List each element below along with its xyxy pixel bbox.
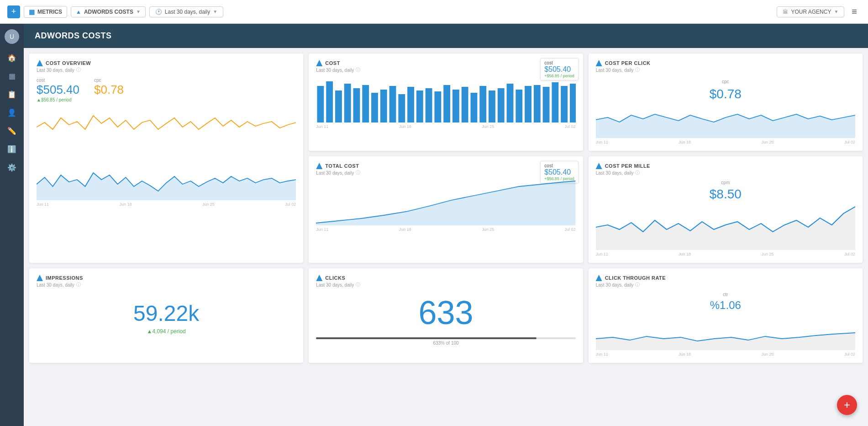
cpm-area-chart [596,204,855,250]
impressions-change: ▲4,094 / period [37,328,296,335]
cpc-value-label: cpc [596,77,855,85]
cost-overview-title: COST OVERVIEW [37,60,296,66]
total-cost-subtitle: Last 30 days, daily ⓘ [316,170,575,176]
svg-rect-27 [552,82,559,122]
sidebar: U 🏠 ▦ 📋 👤 ✏️ ℹ️ ⚙️ [0,24,24,426]
cost-overview-card: COST OVERVIEW Last 30 days, daily ⓘ cost… [29,53,303,263]
cpc-chart [37,104,296,150]
cost-overview-axis: Jun 11 Jun 18 Jun 25 Jul 02 [37,202,296,207]
svg-rect-29 [570,84,575,122]
topbar-right: 🏛 YOUR AGENCY ▼ ≡ [777,5,861,19]
svg-rect-2 [326,81,333,122]
svg-rect-12 [416,91,423,122]
cost-bar-chart [316,77,575,122]
svg-rect-13 [426,88,432,122]
ctr-value-display: %1.06 [596,299,855,312]
info-icon-cost[interactable]: ⓘ [356,67,360,73]
svg-rect-23 [516,90,523,122]
info-icon-impressions[interactable]: ⓘ [76,282,81,288]
date-label: Last 30 days, daily [165,9,210,15]
date-chip[interactable]: 🕐 Last 30 days, daily ▼ [149,6,223,17]
add-button[interactable]: + [7,5,20,18]
svg-rect-19 [480,86,487,122]
metrics-chip[interactable]: ▦ METRICS [24,6,67,18]
sidebar-item-edit[interactable]: ✏️ [4,122,20,139]
ctr-title: CLICK THROUGH RATE [596,275,855,281]
svg-rect-17 [462,87,468,122]
svg-marker-31 [316,181,575,225]
svg-rect-18 [471,93,478,122]
adwords-icon-cpm [596,163,602,169]
page-header: ADWORDS COSTS [24,24,868,48]
svg-rect-5 [353,88,360,122]
cpc-value-display: $0.78 [596,87,855,101]
menu-icon: ≡ [852,6,857,16]
cpc-title: COST PER CLICK [596,60,855,66]
clicks-subtitle: Last 30 days, daily ⓘ [316,282,575,288]
total-cost-axis: Jun 11 Jun 18 Jun 25 Jul 02 [316,227,575,232]
cost-axis: Jun 11 Jun 18 Jun 25 Jul 02 [316,124,575,129]
dashboard-grid: COST OVERVIEW Last 30 days, daily ⓘ cost… [24,48,868,268]
info-icon-overview[interactable]: ⓘ [76,67,81,73]
agency-icon: 🏛 [783,9,788,15]
svg-rect-7 [371,93,378,122]
sidebar-item-reports[interactable]: 📋 [4,86,20,102]
sidebar-item-home[interactable]: 🏠 [4,49,20,66]
total-tooltip-value: $505.40 [544,168,574,176]
cpm-title: COST PER MILLE [596,163,855,169]
cpc-axis: Jun 11 Jun 18 Jun 25 Jul 02 [596,140,855,144]
svg-rect-9 [389,86,396,122]
adwords-icon-overview [37,60,43,66]
menu-button[interactable]: ≡ [848,5,861,19]
cost-block: cost $505.40 ▲$56.85 / period [37,78,79,102]
svg-rect-25 [534,85,541,122]
info-icon-ctr[interactable]: ⓘ [635,282,640,288]
clock-icon: 🕐 [155,9,162,15]
svg-rect-28 [561,86,568,122]
total-cost-title: TOTAL COST [316,163,575,169]
clicks-card: CLICKS Last 30 days, daily ⓘ 633 633% of… [309,268,583,363]
adwords-icon-cost [316,60,322,66]
cpc-area-chart [596,101,855,138]
adwords-icon-small: ▲ [76,9,81,15]
metrics-label: METRICS [37,9,62,15]
adwords-icon-total [316,163,322,169]
svg-marker-32 [596,207,855,250]
sidebar-item-settings[interactable]: ⚙️ [4,159,20,176]
fab-add-button[interactable]: + [837,395,857,415]
sidebar-item-dashboard[interactable]: ▦ [4,68,20,84]
impressions-card: IMPRESSIONS Last 30 days, daily ⓘ 59.22k… [29,268,303,363]
adwords-icon-clicks [316,275,322,281]
agency-chip[interactable]: 🏛 YOUR AGENCY ▼ [777,6,844,17]
svg-marker-0 [37,173,296,200]
svg-rect-6 [363,85,369,122]
adwords-icon-cpc [596,60,602,66]
sidebar-item-info[interactable]: ℹ️ [4,141,20,157]
bottom-row: IMPRESSIONS Last 30 days, daily ⓘ 59.22k… [24,268,868,368]
info-icon-total[interactable]: ⓘ [356,170,360,176]
svg-rect-14 [435,91,442,122]
svg-rect-24 [525,86,531,122]
clicks-value: 633 [316,296,575,329]
cpm-subtitle: Last 30 days, daily ⓘ [596,170,855,176]
total-tooltip-label: cost [544,163,574,168]
cpm-value-display: $8.50 [596,187,855,202]
info-icon-cpc[interactable]: ⓘ [635,67,640,73]
impressions-value-wrap: 59.22k ▲4,094 / period [37,288,296,337]
adwords-dropdown-arrow: ▼ [136,9,141,14]
tooltip-value: $505.40 [544,65,574,74]
sidebar-item-users[interactable]: 👤 [4,104,20,121]
metrics-icon: ▦ [29,8,35,16]
total-cost-area-chart [316,180,575,225]
info-icon-clicks[interactable]: ⓘ [356,282,360,288]
adwords-chip[interactable]: ▲ ADWORDS COSTS ▼ [71,6,146,17]
clicks-progress: 633% of 100 [316,337,575,346]
info-icon-cpm[interactable]: ⓘ [635,170,640,176]
cpm-label-wrap: cpm [596,178,855,186]
svg-rect-21 [498,88,505,122]
svg-rect-3 [335,91,342,122]
ctr-label-wrap: ctr [596,290,855,298]
cost-title: COST [316,60,575,66]
cost-subtitle: Last 30 days, daily ⓘ [316,67,575,73]
cost-overview-metrics: cost $505.40 ▲$56.85 / period cpc $0.78 [37,78,296,102]
